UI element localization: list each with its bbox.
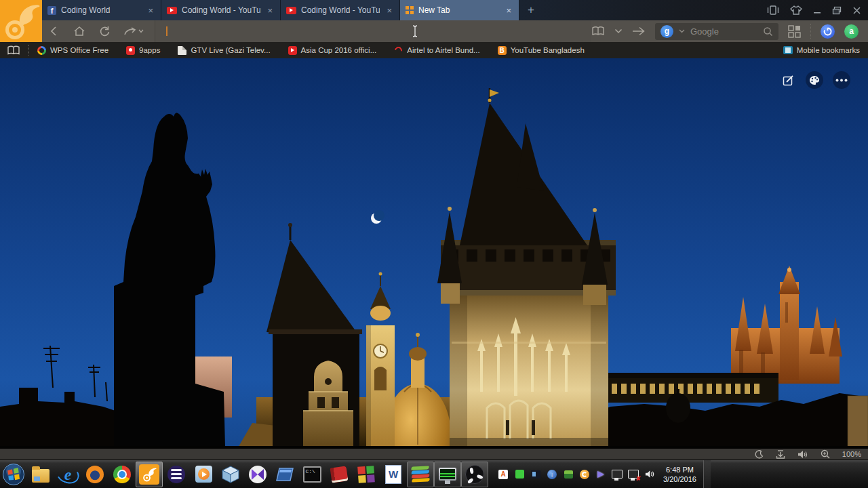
sound-icon[interactable]: [797, 450, 808, 459]
window-controls: [767, 0, 861, 20]
uc-browser-logo-icon[interactable]: [0, 0, 42, 42]
clock-time: 6:48 PM: [663, 465, 696, 474]
network-computer-icon: [612, 470, 623, 479]
taskbar-firefox[interactable]: [81, 461, 108, 488]
taskbar-internet-explorer[interactable]: e: [54, 461, 81, 488]
taskbar-command-prompt[interactable]: C:\: [298, 461, 326, 488]
taskbar-visual-studio[interactable]: [271, 461, 298, 488]
start-button[interactable]: [0, 461, 27, 488]
speed-dial-grid-icon[interactable]: [788, 25, 801, 38]
tab-close-icon[interactable]: ×: [504, 5, 513, 16]
bookmark-label: Asia Cup 2016 offici...: [301, 46, 377, 54]
bookmarks-bar: WPS Office Free 9apps GTV Live (Gazi Tel…: [0, 42, 868, 58]
edit-wallpaper-button[interactable]: [779, 71, 797, 89]
command-prompt-icon: C:\: [303, 466, 321, 483]
navigation-toolbar: g Google a: [0, 20, 868, 42]
tab-bar: f Coding World × Coding World - YouTu × …: [0, 0, 868, 20]
night-mode-icon[interactable]: [755, 450, 764, 459]
bookmark-airtel[interactable]: Airtel to Airtel Bund...: [394, 46, 479, 55]
kmplayer-icon: [249, 466, 267, 483]
taskbar-media-player[interactable]: [190, 461, 217, 488]
media-app-icon: [531, 470, 540, 479]
tab-coding-world-youtube-1[interactable]: Coding World - YouTu ×: [161, 0, 281, 20]
tab-new-tab-active[interactable]: New Tab ×: [400, 0, 519, 20]
taskbar-obs-running[interactable]: [461, 462, 488, 487]
bookmark-asia-cup[interactable]: Asia Cup 2016 offici...: [288, 46, 377, 55]
avro-icon: A: [498, 470, 508, 479]
windows-taskbar: e C:\ W: [0, 460, 868, 488]
bookmark-9apps[interactable]: 9apps: [126, 46, 160, 55]
tray-green-app[interactable]: [514, 469, 525, 480]
tab-close-icon[interactable]: ×: [384, 5, 394, 16]
search-engine-icon[interactable]: g: [660, 25, 673, 38]
address-bar-input[interactable]: [155, 20, 591, 42]
idm-icon: ↓: [547, 470, 557, 479]
taskbar-chrome[interactable]: [108, 461, 136, 488]
show-desktop-button[interactable]: [703, 460, 711, 488]
new-tab-button[interactable]: +: [519, 0, 542, 20]
mobile-bookmarks-button[interactable]: Mobile bookmarks: [783, 46, 860, 54]
tray-uc[interactable]: [579, 469, 590, 480]
zoom-level[interactable]: 100%: [842, 450, 861, 458]
search-icon[interactable]: [763, 26, 773, 37]
bookmarks-book-icon[interactable]: [7, 45, 20, 56]
tray-bluestacks[interactable]: [563, 469, 574, 480]
tray-media-app[interactable]: [530, 469, 541, 480]
prague-night-wallpaper: [0, 58, 868, 449]
taskbar-bluestacks-running[interactable]: [407, 462, 434, 487]
bluestacks-tray-icon: [564, 470, 573, 479]
more-options-button[interactable]: [833, 71, 850, 89]
skin-tshirt-icon[interactable]: [790, 5, 802, 15]
reading-mode-book-icon[interactable]: [591, 26, 605, 37]
search-engine-chevron-icon[interactable]: [679, 29, 685, 33]
taskbar-uc-browser-active[interactable]: [136, 462, 163, 487]
tray-network[interactable]: [612, 469, 623, 480]
bookmark-wps-office[interactable]: WPS Office Free: [37, 46, 108, 55]
address-dropdown-chevron-icon[interactable]: [614, 28, 623, 34]
tray-pointer[interactable]: [595, 469, 606, 480]
tab-coding-world-youtube-2[interactable]: Coding World - YouTu ×: [281, 0, 400, 20]
home-icon[interactable]: [73, 26, 85, 37]
palette-icon: [809, 75, 820, 85]
airtel-icon: [394, 46, 403, 55]
9apps-pin-icon: [126, 46, 135, 55]
firefox-icon: [86, 466, 104, 483]
taskbar-eclipse[interactable]: [163, 461, 190, 488]
chrome-icon: [113, 466, 131, 483]
tray-avro-keyboard[interactable]: A: [498, 469, 509, 480]
taskbar-word[interactable]: W: [380, 461, 407, 488]
close-icon[interactable]: [852, 6, 861, 15]
bookmark-youtube-bangladesh[interactable]: B YouTube Bangladesh: [498, 46, 585, 55]
tab-close-icon[interactable]: ×: [265, 5, 275, 16]
forward-dropdown-chevron-icon[interactable]: [138, 29, 144, 33]
taskbar-kmplayer[interactable]: [244, 461, 271, 488]
refresh-icon[interactable]: [99, 26, 111, 37]
minimize-icon[interactable]: [813, 6, 821, 14]
speed-dial-favicon: [406, 6, 414, 14]
taskbar-dictionary[interactable]: [326, 461, 353, 488]
zoom-in-icon[interactable]: [821, 449, 830, 459]
forward-redo-icon[interactable]: [124, 26, 136, 36]
tab-close-icon[interactable]: ×: [146, 5, 155, 16]
back-icon[interactable]: [49, 26, 60, 37]
tray-volume[interactable]: [644, 469, 655, 480]
taskbar-clock[interactable]: 6:48 PM 3/20/2016: [663, 465, 696, 484]
taskbar-explorer[interactable]: [27, 461, 54, 488]
taskbar-office[interactable]: [353, 461, 380, 488]
tray-idm[interactable]: ↓: [547, 469, 557, 480]
windows-media-player-icon: [195, 466, 212, 483]
tab-coding-world-facebook[interactable]: f Coding World ×: [42, 0, 161, 20]
search-box[interactable]: g Google: [655, 23, 778, 40]
tray-network-error[interactable]: ✘: [628, 469, 639, 480]
theme-button[interactable]: [806, 71, 823, 89]
taskbar-virtualbox[interactable]: [217, 461, 244, 488]
go-arrow-icon[interactable]: [632, 26, 646, 36]
boss-key-icon[interactable]: [767, 5, 779, 15]
taskbar-screen-recorder-running[interactable]: [434, 462, 461, 487]
download-icon[interactable]: [776, 450, 785, 459]
bookmark-gtv-live[interactable]: GTV Live (Gazi Telev...: [178, 46, 270, 55]
cloud-boost-icon[interactable]: [821, 24, 835, 39]
maximize-icon[interactable]: [832, 6, 842, 15]
screen-recorder-icon: [439, 468, 456, 481]
adblock-icon[interactable]: a: [844, 24, 859, 39]
